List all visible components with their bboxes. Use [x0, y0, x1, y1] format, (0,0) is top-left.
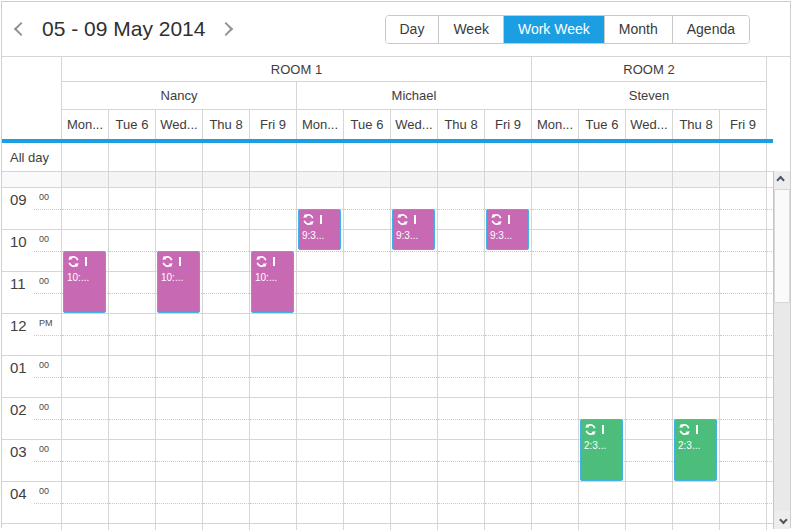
time-slot-cell[interactable] — [109, 440, 156, 481]
time-slot-cell[interactable] — [203, 398, 250, 439]
time-slot-cell[interactable] — [203, 272, 250, 313]
time-slot-cell[interactable] — [673, 314, 720, 355]
time-slot-cell[interactable] — [109, 188, 156, 229]
view-tab-workweek[interactable]: Work Week — [504, 16, 605, 43]
all-day-cell[interactable] — [62, 143, 109, 171]
time-slot-cell[interactable] — [626, 440, 673, 481]
calendar-event[interactable]: 9:3... — [392, 209, 435, 250]
time-slot-cell[interactable] — [203, 314, 250, 355]
time-slot-cell[interactable] — [626, 272, 673, 313]
time-slot-cell[interactable] — [626, 356, 673, 397]
time-slot-cell[interactable] — [109, 272, 156, 313]
time-slot-cell[interactable] — [579, 482, 626, 523]
time-slot-cell[interactable] — [626, 314, 673, 355]
all-day-cell[interactable] — [626, 143, 673, 171]
time-slot-cell[interactable] — [297, 356, 344, 397]
calendar-event[interactable]: 9:3... — [298, 209, 341, 250]
time-slot-cell[interactable] — [579, 272, 626, 313]
time-slot-cell[interactable] — [438, 356, 485, 397]
day-header[interactable]: Wed... — [626, 110, 673, 139]
time-slot-cell[interactable] — [720, 188, 767, 229]
time-slot-cell[interactable] — [62, 482, 109, 523]
time-slot-cell[interactable] — [297, 398, 344, 439]
time-slot-cell[interactable] — [203, 230, 250, 271]
all-day-cell[interactable] — [250, 143, 297, 171]
time-slot-cell[interactable] — [109, 482, 156, 523]
time-slot-cell[interactable] — [203, 356, 250, 397]
scrollbar-thumb[interactable] — [774, 189, 790, 303]
time-slot-cell[interactable] — [62, 524, 109, 530]
time-slot-cell[interactable] — [297, 482, 344, 523]
scroll-down-button[interactable] — [774, 511, 790, 529]
time-slot-cell[interactable] — [720, 524, 767, 530]
time-slot-cell[interactable] — [438, 230, 485, 271]
day-header[interactable]: Mon... — [297, 110, 344, 139]
time-slot-cell[interactable] — [109, 524, 156, 530]
time-slot-cell[interactable] — [579, 314, 626, 355]
all-day-cell[interactable] — [438, 143, 485, 171]
time-slot-cell[interactable] — [62, 440, 109, 481]
time-slot-cell[interactable] — [532, 272, 579, 313]
day-header[interactable]: Tue 6 — [344, 110, 391, 139]
time-slot-cell[interactable] — [344, 524, 391, 530]
time-slot-cell[interactable] — [250, 398, 297, 439]
time-slot-cell[interactable] — [109, 230, 156, 271]
time-slot-cell[interactable] — [485, 356, 532, 397]
day-header[interactable]: Wed... — [156, 110, 203, 139]
time-slot-cell[interactable] — [297, 524, 344, 530]
time-slot-cell[interactable] — [532, 440, 579, 481]
time-slot-cell[interactable] — [156, 314, 203, 355]
time-slot-cell[interactable] — [250, 440, 297, 481]
time-slot-cell[interactable] — [156, 524, 203, 530]
day-header[interactable]: Tue 6 — [109, 110, 156, 139]
time-slot-cell[interactable] — [485, 314, 532, 355]
day-header[interactable]: Thu 8 — [438, 110, 485, 139]
time-slot-cell[interactable] — [579, 524, 626, 530]
time-slot-cell[interactable] — [250, 314, 297, 355]
all-day-cell[interactable] — [579, 143, 626, 171]
time-slot-cell[interactable] — [109, 356, 156, 397]
time-slot-cell[interactable] — [673, 272, 720, 313]
all-day-cell[interactable] — [203, 143, 250, 171]
time-slot-cell[interactable] — [720, 356, 767, 397]
time-slot-cell[interactable] — [626, 188, 673, 229]
time-slot-cell[interactable] — [344, 356, 391, 397]
time-slot-cell[interactable] — [109, 398, 156, 439]
time-slot-cell[interactable] — [344, 272, 391, 313]
view-tab-week[interactable]: Week — [439, 16, 504, 43]
scroll-up-button[interactable] — [774, 171, 790, 189]
time-slot-cell[interactable] — [250, 524, 297, 530]
time-slot-cell[interactable] — [391, 482, 438, 523]
time-slot-cell[interactable] — [203, 188, 250, 229]
day-header[interactable]: Fri 9 — [720, 110, 767, 139]
time-slot-cell[interactable] — [626, 230, 673, 271]
time-slot-cell[interactable] — [485, 398, 532, 439]
time-slot-cell[interactable] — [720, 482, 767, 523]
time-slot-cell[interactable] — [391, 272, 438, 313]
time-slot-cell[interactable] — [532, 314, 579, 355]
all-day-cell[interactable] — [485, 143, 532, 171]
time-slot-cell[interactable] — [344, 314, 391, 355]
time-slot-cell[interactable] — [109, 314, 156, 355]
all-day-cell[interactable] — [532, 143, 579, 171]
time-slot-cell[interactable] — [532, 230, 579, 271]
day-header[interactable]: Fri 9 — [485, 110, 532, 139]
view-tab-day[interactable]: Day — [386, 16, 440, 43]
calendar-event[interactable]: 2:3... — [580, 419, 623, 481]
day-header[interactable]: Wed... — [391, 110, 438, 139]
day-header[interactable]: Mon... — [532, 110, 579, 139]
time-slot-cell[interactable] — [156, 398, 203, 439]
day-header[interactable]: Fri 9 — [250, 110, 297, 139]
view-tab-month[interactable]: Month — [605, 16, 673, 43]
time-slot-cell[interactable] — [344, 440, 391, 481]
time-slot-cell[interactable] — [485, 482, 532, 523]
time-slot-cell[interactable] — [62, 314, 109, 355]
all-day-cell[interactable] — [109, 143, 156, 171]
time-slot-cell[interactable] — [344, 398, 391, 439]
time-slot-cell[interactable] — [579, 230, 626, 271]
time-slot-cell[interactable] — [297, 314, 344, 355]
day-header[interactable]: Mon... — [62, 110, 109, 139]
time-slot-cell[interactable] — [297, 440, 344, 481]
time-slot-cell[interactable] — [344, 188, 391, 229]
calendar-event[interactable]: 9:3... — [486, 209, 529, 250]
